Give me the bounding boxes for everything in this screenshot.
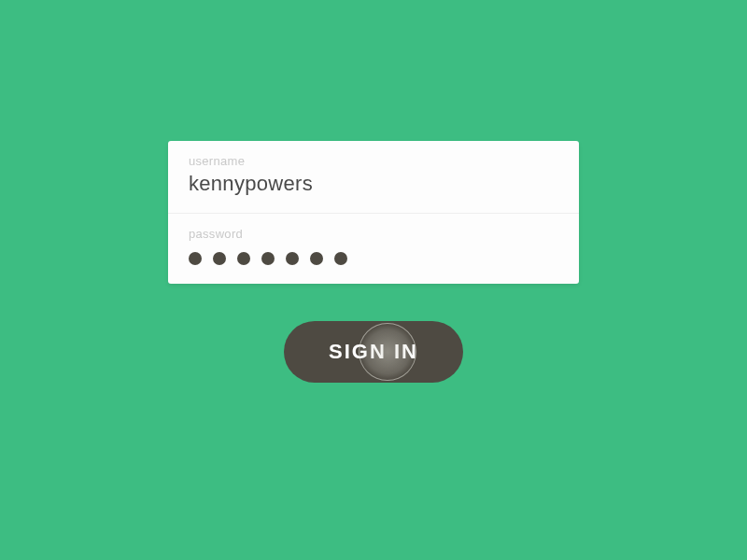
password-dot: [189, 252, 202, 265]
password-label: password: [189, 227, 558, 241]
password-dot: [334, 252, 347, 265]
signin-wrap: SIGN IN: [284, 321, 463, 383]
password-dot: [261, 252, 275, 265]
username-label: username: [189, 154, 558, 168]
password-dot: [237, 252, 250, 265]
signin-button[interactable]: SIGN IN: [284, 321, 463, 383]
password-field: password: [168, 213, 579, 284]
password-dot: [310, 252, 323, 265]
password-input[interactable]: [189, 245, 558, 267]
signin-button-label: SIGN IN: [329, 340, 418, 363]
login-card: username password: [168, 141, 579, 284]
username-field: username: [168, 141, 579, 213]
username-input[interactable]: [189, 172, 558, 196]
password-dot: [286, 252, 299, 265]
password-dot: [213, 252, 226, 265]
